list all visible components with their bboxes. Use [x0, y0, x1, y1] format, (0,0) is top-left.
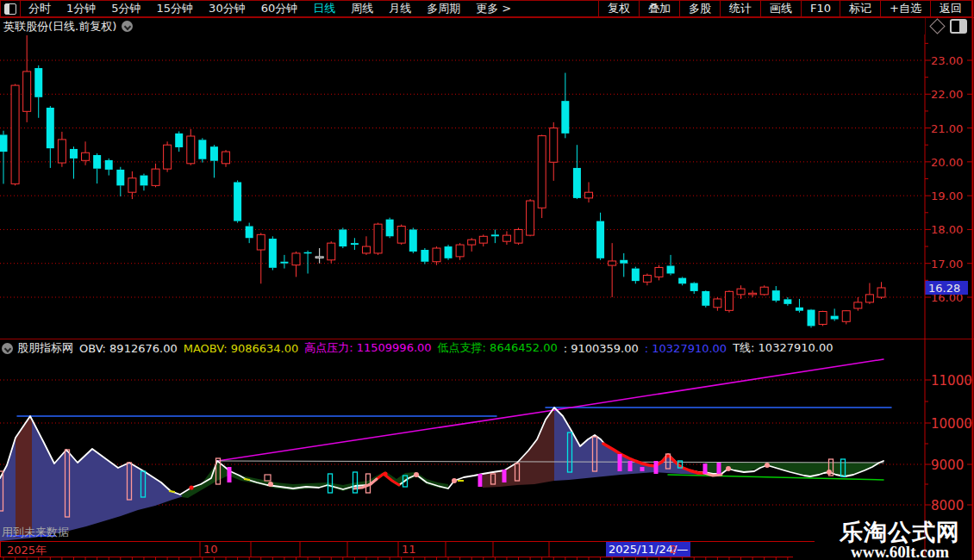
price-axis-label: 18.00 — [931, 223, 963, 236]
candle-body-up — [82, 152, 90, 160]
candle-body-down — [269, 239, 277, 268]
indicator-value-6: : 10327910.00 — [645, 342, 727, 355]
menu-item-F10[interactable]: F10 — [801, 1, 840, 16]
candle-body-down — [632, 269, 640, 282]
menu-item-标记[interactable]: 标记 — [840, 1, 880, 16]
candle-body-down — [421, 250, 428, 262]
chevron-down-circle-icon[interactable] — [122, 21, 133, 32]
menu-item-60分钟[interactable]: 60分钟 — [253, 1, 306, 16]
menu-item-15分钟[interactable]: 15分钟 — [149, 1, 202, 16]
candle-body-down — [246, 227, 253, 239]
candle-body-down — [386, 220, 394, 237]
menu-item-统计[interactable]: 统计 — [720, 1, 760, 16]
menu-item-画线[interactable]: 画线 — [760, 1, 801, 16]
candle-body-up — [374, 224, 382, 253]
green-zone-mid — [182, 463, 448, 498]
indicator-signal-bar — [654, 461, 659, 474]
menu-item-5分钟[interactable]: 5分钟 — [103, 1, 148, 16]
indicator-signal-bar — [228, 467, 232, 482]
indicator-axis-label: 11000 — [931, 373, 972, 389]
candle-body-up — [152, 169, 159, 185]
menu-item-周线[interactable]: 周线 — [343, 1, 381, 16]
price-axis-label: 21.00 — [931, 122, 963, 135]
salmon-dot — [765, 463, 770, 468]
indicator-signal-bar — [640, 467, 645, 471]
candle-body-down — [47, 108, 54, 148]
menu-item-分时[interactable]: 分时 — [21, 1, 59, 16]
candle-body-down — [339, 229, 347, 246]
candle-body-down — [573, 168, 581, 198]
candle-body-up — [877, 288, 885, 297]
menu-item-多股[interactable]: 多股 — [679, 1, 720, 16]
indicator-collapse-icon[interactable] — [2, 343, 13, 354]
candle-body-up — [737, 289, 745, 295]
menu-item-日线[interactable]: 日线 — [305, 1, 343, 16]
candle-body-up — [515, 229, 522, 243]
logo-title: 乐淘公式网 — [840, 520, 960, 544]
indicator-value-3: 高点压力: 11509996.00 — [304, 340, 431, 356]
candle-body-up — [760, 287, 768, 295]
candle-body-up — [433, 248, 440, 262]
indicator-value-4: 低点支撑: 8646452.00 — [438, 340, 558, 356]
menu-item-多周期[interactable]: 多周期 — [419, 1, 468, 16]
selected-date-label: 2025/11/24/— — [606, 542, 690, 557]
indicator-value-2: MAOBV: 9086634.00 — [184, 342, 299, 355]
menu-item-复权[interactable]: 复权 — [598, 1, 639, 16]
candle-body-up — [609, 261, 616, 265]
candle-body-up — [749, 293, 757, 295]
indicator-signal-bar — [503, 470, 507, 482]
candle-body-up — [819, 312, 827, 325]
menu-item-30分钟[interactable]: 30分钟 — [201, 1, 253, 16]
menu-item-+自选[interactable]: +自选 — [880, 1, 930, 16]
candle-body-down — [796, 308, 803, 311]
window-split-icon[interactable] — [1, 1, 21, 16]
menu-item-返回[interactable]: 返回 — [930, 1, 971, 16]
menu-item-叠加[interactable]: 叠加 — [639, 1, 679, 16]
chart-titlebar: 英联股份(日线.前复权) — [0, 18, 925, 34]
price-axis-label: 23.00 — [931, 54, 963, 67]
salmon-dot — [726, 466, 731, 471]
date-label: 2 — [670, 543, 677, 556]
menu-item-1分钟[interactable]: 1分钟 — [59, 1, 103, 16]
candle-body-down — [667, 265, 675, 273]
price-axis-label: 17.00 — [931, 258, 963, 271]
indicator-axis-label: 9000 — [931, 457, 964, 473]
indicator-axis-label: 10000 — [931, 416, 972, 432]
candle-body-down — [140, 176, 147, 186]
candle-body-up — [456, 245, 464, 257]
candle-body-down — [198, 140, 206, 159]
indicator-value-0: 股朋指标网 — [17, 340, 73, 356]
candle-body-up — [538, 136, 546, 208]
trading-app-window: 23.0022.0021.0020.0019.0018.0017.0016.00… — [0, 0, 974, 560]
date-axis: 2025年10112025/11/24/—2 — [0, 542, 922, 557]
candle-body-down — [70, 149, 78, 159]
future-data-warning: 用到未来数据 — [2, 525, 69, 540]
indicator-value-5: : 9100359.00 — [564, 342, 639, 355]
candle-body-up — [643, 275, 651, 282]
price-axis-label: 19.00 — [931, 190, 963, 202]
candle-body-up — [11, 85, 19, 184]
candle-body-up — [23, 72, 31, 111]
menu-item-月线[interactable]: 月线 — [381, 1, 419, 16]
chart-canvas: 23.0022.0021.0020.0019.0018.0017.0016.00… — [0, 0, 974, 560]
candle-body-down — [702, 291, 709, 306]
salmon-dot — [268, 482, 273, 487]
candle-body-down — [784, 299, 791, 304]
candle-body-down — [34, 68, 42, 97]
diamond-icon[interactable] — [929, 18, 945, 34]
candle-body-up — [362, 246, 370, 253]
menu-item-更多 >[interactable]: 更多 > — [468, 1, 519, 16]
candle-body-up — [865, 295, 873, 302]
indicator-axis-label: 8000 — [931, 498, 964, 513]
candle-body-up — [397, 227, 405, 244]
yellow-dash — [169, 491, 175, 492]
date-label: 2025年 — [7, 543, 47, 558]
candle-body-up — [128, 178, 136, 193]
candle-body-up — [714, 299, 721, 308]
indicator-signal-bar — [628, 461, 633, 471]
candle-body-down — [409, 229, 417, 252]
split-panel-icon[interactable] — [950, 19, 967, 34]
candle-body-down — [690, 283, 698, 291]
candle-body-up — [854, 302, 862, 308]
candle-body-up — [842, 311, 850, 322]
